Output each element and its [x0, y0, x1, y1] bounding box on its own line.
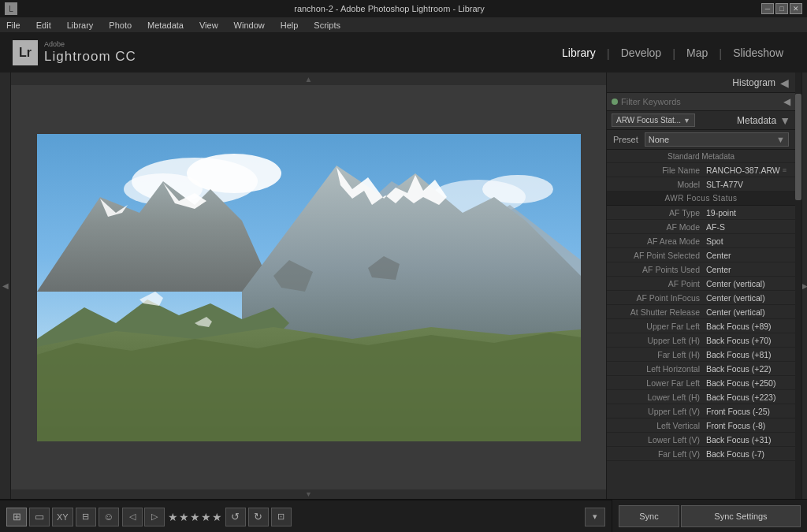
meta-label-4: AF Points Used [612, 264, 706, 274]
meta-label-16: Lower Left (V) [612, 434, 706, 445]
scroll-top-indicator: ▲ [11, 73, 606, 85]
filter-dot-icon [612, 99, 618, 105]
flag-pick-button[interactable]: ▷ [144, 508, 165, 526]
menu-item-edit[interactable]: Edit [33, 20, 54, 30]
histogram-title: Histogram [732, 77, 775, 88]
menu-item-library[interactable]: Library [64, 20, 97, 30]
view-compare-button[interactable]: XY [52, 508, 73, 526]
meta-value-7: Center (vertical) [706, 307, 790, 317]
metadata-dropdown-icon[interactable]: ▼ [779, 114, 790, 127]
mountain-image-svg [37, 134, 581, 441]
scrollbar-track [795, 73, 801, 499]
scrollbar-thumb[interactable] [795, 94, 801, 200]
close-button[interactable]: ✕ [790, 3, 802, 14]
menu-item-view[interactable]: View [196, 20, 221, 30]
menu-item-metadata[interactable]: Metadata [144, 20, 187, 30]
view-survey-button[interactable]: ⊟ [76, 508, 96, 526]
metadata-row-8: Upper Far LeftBack Focus (+89) [607, 319, 795, 333]
image-container [11, 85, 606, 489]
star-2[interactable]: ★ [179, 511, 189, 523]
metadata-row-17: Far Left (V)Back Focus (-7) [607, 447, 795, 461]
meta-label-6: AF Point InFocus [612, 292, 706, 303]
meta-value-1: AF-S [706, 221, 790, 232]
titlebar-controls: ─ □ ✕ [761, 3, 802, 14]
metadata-row-1: AF ModeAF-S [607, 220, 795, 234]
meta-value-2: Spot [706, 236, 790, 246]
file-name-row: File Name RANCHO-387.ARW ≡ [607, 163, 795, 177]
main-image [37, 134, 581, 441]
scroll-bottom-arrow-icon: ▼ [305, 490, 312, 498]
meta-value-0: 19-point [706, 207, 790, 218]
menu-item-scripts[interactable]: Scripts [311, 20, 344, 30]
meta-value-16: Back Focus (+31) [706, 434, 790, 445]
filter-keywords-bar: ◀ [607, 93, 795, 111]
rotate-right-button[interactable]: ↻ [248, 508, 269, 526]
sync-settings-button[interactable]: Sync Settings [681, 505, 801, 527]
meta-value-17: Back Focus (-7) [706, 448, 790, 459]
bottom-toolbar: ⊞ ▭ XY ⊟ ☺ ◁ ▷ ★ ★ ★ ★ ★ ↺ ↻ ⊡ ▾ [0, 500, 612, 532]
crop-button[interactable]: ⊡ [271, 508, 292, 526]
toolbar-action-buttons: ↺ ↻ ⊡ [225, 508, 292, 526]
module-library[interactable]: Library [551, 43, 607, 62]
view-loupe-button[interactable]: ▭ [29, 508, 50, 526]
left-panel-toggle[interactable]: ◀ [0, 73, 11, 499]
metadata-table[interactable]: AF Type19-pointAF ModeAF-SAF Area ModeSp… [607, 206, 795, 499]
star-5[interactable]: ★ [212, 511, 222, 523]
meta-value-4: Center [706, 264, 790, 274]
right-panel-arrow-icon: ▶ [802, 282, 808, 290]
meta-value-8: Back Focus (+89) [706, 321, 790, 331]
preset-select[interactable]: None ▼ [645, 132, 789, 147]
menu-item-photo[interactable]: Photo [106, 20, 135, 30]
star-4[interactable]: ★ [201, 511, 211, 523]
menubar: FileEditLibraryPhotoMetadataViewWindowHe… [0, 17, 807, 33]
module-slideshow[interactable]: Slideshow [722, 43, 794, 62]
preset-value: None [649, 135, 669, 144]
maximize-button[interactable]: □ [775, 3, 788, 14]
right-panel-scrollbar[interactable] [795, 73, 801, 499]
right-panel-container: Histogram ◀ ◀ ARW Focus Stat... ▼ Metada… [606, 73, 807, 499]
metadata-row-11: Left HorizontalBack Focus (+22) [607, 362, 795, 376]
preset-bar: Preset None ▼ [607, 130, 795, 150]
center-area: ▲ [11, 73, 606, 499]
metadata-row-5: AF PointCenter (vertical) [607, 277, 795, 291]
meta-label-9: Upper Left (H) [612, 335, 706, 345]
file-name-edit-icon[interactable]: ≡ [783, 166, 787, 174]
histogram-header: Histogram ◀ [607, 73, 795, 93]
star-1[interactable]: ★ [168, 511, 178, 523]
metadata-row-6: AF Point InFocusCenter (vertical) [607, 291, 795, 305]
metadata-row-0: AF Type19-point [607, 206, 795, 220]
filter-keywords-clear-icon[interactable]: ◀ [783, 96, 790, 107]
star-3[interactable]: ★ [190, 511, 200, 523]
scroll-bottom-indicator: ▼ [11, 489, 606, 499]
menu-item-help[interactable]: Help [277, 20, 302, 30]
module-develop[interactable]: Develop [610, 43, 672, 62]
flag-reject-button[interactable]: ◁ [122, 508, 143, 526]
arw-focus-label: ARW Focus Stat... [616, 116, 681, 125]
menu-item-window[interactable]: Window [231, 20, 268, 30]
meta-label-12: Lower Far Left [612, 378, 706, 388]
file-name-label: File Name [612, 165, 706, 175]
metadata-filter-bar: ARW Focus Stat... ▼ Metadata ▼ [607, 111, 795, 130]
preset-label: Preset [613, 135, 638, 144]
rotate-left-button[interactable]: ↺ [225, 508, 246, 526]
meta-label-10: Far Left (H) [612, 349, 706, 359]
meta-value-5: Center (vertical) [706, 278, 790, 288]
right-panel-toggle[interactable]: ▶ [801, 73, 807, 499]
module-map[interactable]: Map [675, 43, 719, 62]
view-grid-button[interactable]: ⊞ [6, 508, 27, 526]
meta-label-11: Left Horizontal [612, 363, 706, 374]
sync-button[interactable]: Sync [619, 505, 679, 527]
menu-item-file[interactable]: File [3, 20, 24, 30]
awr-focus-status-header: AWR Focus Status [607, 192, 795, 206]
filter-keywords-input[interactable] [621, 97, 780, 106]
meta-label-15: Left Vertical [612, 420, 706, 430]
toolbar-arrow-button[interactable]: ▾ [585, 508, 605, 526]
left-panel-arrow-icon: ◀ [2, 281, 9, 290]
toolbar-star-rating: ★ ★ ★ ★ ★ [168, 511, 222, 523]
titlebar: L ranchon-2 - Adobe Photoshop Lightroom … [0, 0, 807, 17]
arw-focus-filter-button[interactable]: ARW Focus Stat... ▼ [612, 113, 695, 127]
minimize-button[interactable]: ─ [761, 3, 774, 14]
histogram-collapse-icon[interactable]: ◀ [780, 76, 789, 89]
metadata-row-16: Lower Left (V)Back Focus (+31) [607, 433, 795, 447]
view-people-button[interactable]: ☺ [99, 508, 119, 526]
